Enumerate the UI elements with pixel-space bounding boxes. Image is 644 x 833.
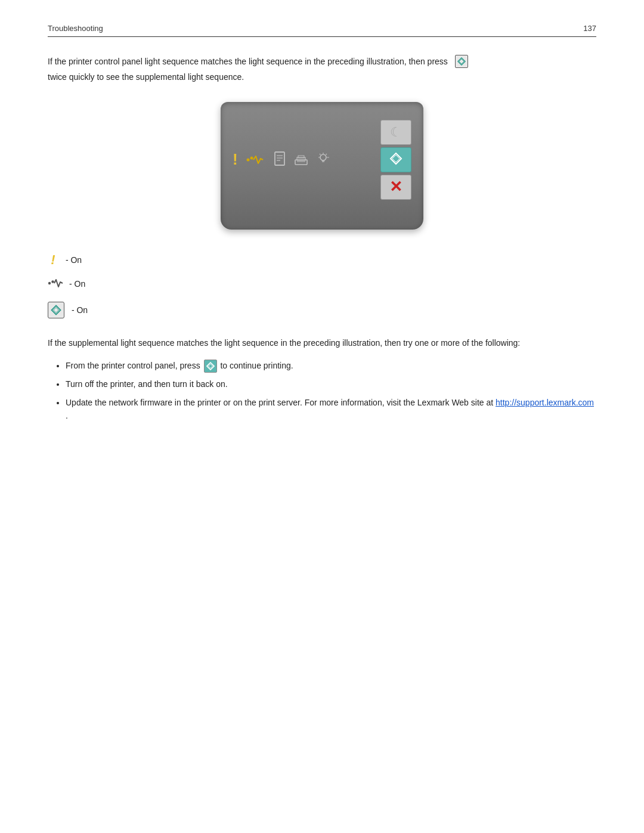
- intro-text-before: If the printer control panel light seque…: [48, 55, 448, 68]
- panel-buttons-column: ☾ ✕: [380, 120, 411, 200]
- bullet-3-text-before: Update the network firmware in the print…: [66, 398, 496, 407]
- panel-icons-row: !: [233, 150, 373, 169]
- page: Troubleshooting 137 If the printer contr…: [0, 0, 644, 465]
- header-title: Troubleshooting: [48, 24, 103, 33]
- intro-text-after: twice quickly to see the supplemental li…: [48, 70, 244, 83]
- printer-panel: !: [221, 102, 423, 230]
- bullet-1-go-icon: [204, 360, 217, 373]
- bullet-item-1: From the printer control panel, press to…: [66, 359, 596, 373]
- svg-point-12: [320, 154, 326, 160]
- go-button-icon-inline: [455, 55, 468, 68]
- svg-line-18: [320, 154, 321, 155]
- panel-document-icon: [274, 151, 286, 168]
- page-header: Troubleshooting 137: [48, 24, 596, 37]
- panel-cancel-button[interactable]: ✕: [380, 175, 411, 200]
- panel-exclaim-icon: !: [233, 150, 238, 169]
- status-exclaim-label: - On: [63, 255, 82, 265]
- red-x-icon: ✕: [389, 178, 402, 196]
- bullet-1-text-after: to continue printing.: [220, 361, 293, 370]
- panel-network-icon: [246, 153, 265, 167]
- svg-line-19: [326, 154, 327, 155]
- svg-marker-25: [52, 305, 61, 314]
- svg-point-3: [250, 156, 253, 159]
- go-diamond-icon: [389, 152, 402, 167]
- svg-point-23: [48, 282, 51, 284]
- bullet-2-text: Turn off the printer, and then turn it b…: [66, 379, 228, 389]
- bullet-item-2: Turn off the printer, and then turn it b…: [66, 377, 596, 391]
- bullet-1-text-before: From the printer control panel, press: [66, 361, 203, 370]
- panel-top-row: !: [233, 120, 411, 200]
- moon-icon: ☾: [390, 125, 402, 140]
- panel-sleep-button[interactable]: ☾: [380, 120, 411, 145]
- panel-lightbulb-icon: [317, 152, 330, 167]
- status-item-exclaim: ! - On: [48, 253, 596, 267]
- lexmark-link[interactable]: http://support.lexmark.com: [496, 398, 594, 407]
- page-number: 137: [583, 24, 596, 33]
- svg-rect-4: [275, 152, 284, 165]
- supplemental-paragraph: If the supplemental light sequence match…: [48, 336, 596, 349]
- status-network-icon: [48, 277, 64, 291]
- status-go-label: - On: [69, 305, 88, 315]
- status-go-icon-box: [48, 302, 64, 318]
- status-exclaim-icon: !: [48, 253, 58, 267]
- bullet-item-3: Update the network firmware in the print…: [66, 396, 596, 423]
- svg-point-24: [51, 280, 54, 283]
- status-item-go: - On: [48, 302, 596, 318]
- printer-panel-illustration: !: [48, 102, 596, 230]
- bullet-3-text-after: .: [66, 411, 68, 420]
- intro-paragraph: If the printer control panel light seque…: [48, 55, 596, 84]
- svg-point-2: [246, 158, 249, 161]
- status-network-label: - On: [69, 279, 85, 289]
- status-section: ! - On - On - On: [48, 253, 596, 318]
- panel-tray-icon: [294, 151, 308, 168]
- panel-go-button[interactable]: [380, 147, 411, 172]
- svg-marker-27: [207, 363, 214, 370]
- bullet-list: From the printer control panel, press to…: [48, 359, 596, 422]
- status-item-network: - On: [48, 277, 596, 291]
